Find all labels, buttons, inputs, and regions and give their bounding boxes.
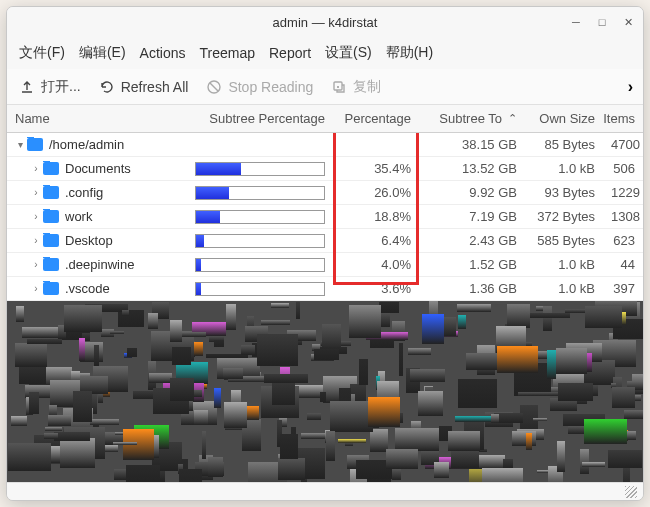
treemap-block[interactable]	[320, 392, 326, 403]
header-percentage[interactable]: Percentage	[333, 111, 419, 126]
treemap-block[interactable]	[214, 388, 222, 409]
treemap-block[interactable]	[208, 457, 222, 477]
treemap-block[interactable]	[585, 306, 622, 328]
treemap-block[interactable]	[22, 327, 62, 338]
expand-arrow-icon[interactable]: ›	[29, 211, 43, 222]
treemap-block[interactable]	[466, 353, 498, 369]
treemap-block[interactable]	[314, 349, 339, 360]
treemap-block[interactable]	[44, 433, 58, 439]
table-row[interactable]: ›.vscode3.6%1.36 GB1.0 kB397	[7, 277, 643, 301]
treemap-block[interactable]	[122, 310, 129, 316]
treemap-block[interactable]	[434, 462, 449, 478]
open-button[interactable]: 打开...	[19, 78, 81, 96]
menu-actions[interactable]: Actions	[140, 45, 186, 61]
treemap-block[interactable]	[264, 374, 308, 384]
header-name[interactable]: Name	[7, 111, 187, 126]
treemap-block[interactable]	[455, 416, 496, 423]
treemap-block[interactable]	[27, 339, 62, 344]
treemap-block[interactable]	[64, 305, 102, 332]
treemap-block[interactable]	[584, 419, 628, 444]
treemap-block[interactable]	[582, 462, 605, 467]
treemap-block[interactable]	[507, 304, 530, 329]
treemap-block[interactable]	[127, 348, 137, 356]
treemap-block[interactable]	[261, 320, 290, 326]
resize-grip-icon[interactable]	[625, 486, 637, 498]
treemap-block[interactable]	[537, 470, 548, 473]
treemap-block[interactable]	[408, 348, 432, 355]
menu-help[interactable]: 帮助(H)	[386, 44, 433, 62]
expand-arrow-icon[interactable]: ›	[29, 187, 43, 198]
treemap-block[interactable]	[512, 431, 536, 446]
treemap-block[interactable]	[608, 450, 641, 468]
treemap-block[interactable]	[280, 434, 299, 459]
table-row[interactable]: ›.config26.0%9.92 GB93 Bytes1229	[7, 181, 643, 205]
header-subtree-total[interactable]: Subtree To	[419, 111, 525, 126]
treemap-block[interactable]	[556, 348, 588, 374]
treemap-block[interactable]	[148, 313, 159, 329]
treemap-block[interactable]	[448, 431, 480, 451]
table-row[interactable]: ›Desktop6.4%2.43 GB585 Bytes623	[7, 229, 643, 253]
treemap-block[interactable]	[557, 441, 565, 472]
treemap-block[interactable]	[418, 391, 443, 417]
treemap-block[interactable]	[73, 391, 92, 422]
treemap-block[interactable]	[368, 397, 401, 426]
treemap-block[interactable]	[422, 314, 444, 345]
treemap-block[interactable]	[503, 459, 512, 467]
treemap-block[interactable]	[338, 439, 365, 443]
treemap-block[interactable]	[379, 302, 399, 313]
table-row[interactable]: ›.deepinwine4.0%1.52 GB1.0 kB44	[7, 253, 643, 277]
treemap-block[interactable]	[90, 419, 120, 425]
treemap-block[interactable]	[15, 343, 46, 367]
treemap-block[interactable]	[482, 468, 523, 482]
treemap-block[interactable]	[79, 338, 84, 360]
treemap-block[interactable]	[202, 431, 207, 459]
treemap-block[interactable]	[458, 379, 497, 409]
treemap-block[interactable]	[399, 343, 403, 375]
treemap-block[interactable]	[301, 433, 324, 439]
treemap-block[interactable]	[533, 418, 547, 422]
treemap-block[interactable]	[624, 410, 643, 419]
treemap-block[interactable]	[179, 469, 202, 482]
treemap-block[interactable]	[518, 392, 562, 396]
treemap-block[interactable]	[16, 306, 25, 322]
treemap-block[interactable]	[11, 416, 27, 425]
menu-settings[interactable]: 设置(S)	[325, 44, 372, 62]
treemap-block[interactable]	[223, 368, 242, 379]
treemap-block[interactable]	[497, 346, 539, 373]
treemap-block[interactable]	[526, 433, 532, 450]
treemap-block[interactable]	[458, 315, 466, 328]
header-subtree-percentage[interactable]: Subtree Percentage	[187, 111, 333, 126]
treemap-block[interactable]	[395, 428, 438, 451]
treemap-block[interactable]	[241, 345, 254, 355]
minimize-button[interactable]: ─	[569, 15, 583, 29]
treemap-block[interactable]	[224, 402, 247, 428]
treemap-block[interactable]	[536, 306, 544, 311]
menu-edit[interactable]: 编辑(E)	[79, 44, 126, 62]
treemap-block[interactable]	[410, 369, 444, 382]
menu-treemap[interactable]: Treemap	[199, 45, 255, 61]
treemap-block[interactable]	[527, 313, 570, 318]
treemap-block[interactable]	[149, 373, 171, 383]
maximize-button[interactable]: □	[595, 15, 609, 29]
treemap-block[interactable]	[226, 304, 236, 330]
expand-arrow-icon[interactable]: ›	[29, 163, 43, 174]
treemap-block[interactable]	[386, 449, 418, 469]
treemap-block[interactable]	[179, 332, 207, 337]
treemap-block[interactable]	[94, 345, 99, 366]
expand-arrow-icon[interactable]: ▾	[13, 139, 27, 150]
treemap-block[interactable]	[271, 303, 290, 309]
treemap-block[interactable]	[194, 410, 208, 426]
menu-report[interactable]: Report	[269, 45, 311, 61]
expand-arrow-icon[interactable]: ›	[29, 235, 43, 246]
treemap-block[interactable]	[278, 458, 305, 480]
treemap-block[interactable]	[558, 383, 594, 401]
treemap-block[interactable]	[359, 359, 368, 385]
treemap-block[interactable]	[214, 340, 224, 347]
treemap-block[interactable]	[170, 378, 194, 401]
treemap-block[interactable]	[8, 443, 51, 472]
treemap-block[interactable]	[326, 431, 335, 461]
treemap-block[interactable]	[370, 429, 388, 452]
treemap-block[interactable]	[491, 414, 499, 423]
menu-file[interactable]: 文件(F)	[19, 44, 65, 62]
treemap-block[interactable]	[126, 465, 161, 482]
